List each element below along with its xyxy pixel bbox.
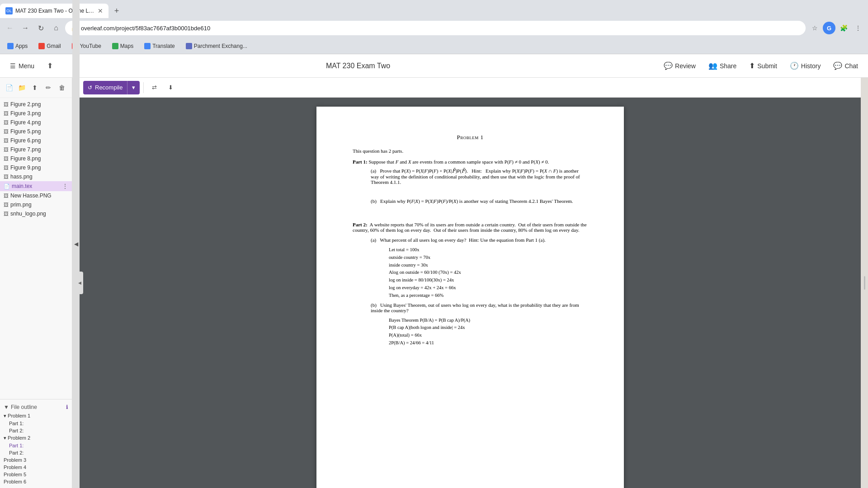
upload-button[interactable]: ⬆: [42, 59, 57, 73]
forward-button[interactable]: →: [19, 22, 32, 34]
outline-item-problem-4[interactable]: Problem 4: [0, 464, 72, 471]
back-button[interactable]: ←: [4, 22, 16, 34]
file-name: New Hasse.PNG: [10, 192, 52, 199]
extensions-button[interactable]: 🧩: [837, 22, 850, 34]
tab-close-button[interactable]: ✕: [98, 7, 103, 14]
file-item-figure-7.png[interactable]: 🖼 Figure 7.png: [0, 145, 72, 154]
bookmark-parchment-label: Parchment Exchang...: [194, 43, 247, 49]
outline-item-problem-5[interactable]: Problem 5: [0, 471, 72, 478]
menu-button[interactable]: ☰ Menu: [5, 60, 39, 72]
outline-item-part-2:[interactable]: Part 2:: [0, 427, 72, 434]
outline-item-problem-3[interactable]: Problem 3: [0, 456, 72, 464]
file-icon: 🖼: [4, 165, 9, 170]
delete-button[interactable]: 🗑: [56, 81, 68, 94]
download-button[interactable]: ⬇: [164, 81, 177, 94]
outline-item-part-1:[interactable]: Part 1:: [0, 442, 72, 449]
tab-favicon: OL: [5, 7, 13, 14]
editor-pane: ↺ Recompile ▾ ⇄ ⬇ ◀ Problem 1: [80, 78, 861, 488]
parchment-favicon: [186, 43, 192, 49]
bookmark-apps-label: Apps: [15, 43, 28, 49]
bookmark-button[interactable]: ☆: [808, 22, 821, 34]
outline-item-part-1:[interactable]: Part 1:: [0, 420, 72, 427]
outline-item-problem-1[interactable]: ▾ Problem 1: [0, 412, 72, 420]
file-item-figure-6.png[interactable]: 🖼 Figure 6.png: [0, 136, 72, 145]
submit-button[interactable]: ⬆ Submit: [745, 59, 782, 73]
home-button[interactable]: ⌂: [50, 22, 62, 34]
file-item-snhu_logo.png[interactable]: 🖼 snhu_logo.png: [0, 209, 72, 218]
submit-icon: ⬆: [749, 61, 755, 70]
file-name: Figure 2.png: [10, 101, 41, 108]
pdf-part1a: (a) Prove that P(X) = P(X|F)P(F) + P(X|F…: [371, 168, 588, 185]
bookmark-apps[interactable]: Apps: [5, 42, 29, 50]
file-name: Figure 5.png: [10, 128, 41, 135]
bookmark-gmail-label: Gmail: [47, 43, 61, 49]
file-item-main.tex[interactable]: 📄 main.tex ⋮: [0, 181, 72, 191]
file-item-figure-8.png[interactable]: 🖼 Figure 8.png: [0, 154, 72, 163]
outline-item-problem-2[interactable]: ▾ Problem 2: [0, 434, 72, 442]
translate-favicon: [144, 43, 151, 49]
file-icon: 🖼: [4, 211, 9, 216]
right-resize-handle[interactable]: [861, 78, 868, 488]
refresh-button[interactable]: ↻: [34, 22, 47, 34]
outline-item-problem-6[interactable]: Problem 6: [0, 478, 72, 485]
new-file-button[interactable]: 📄: [4, 81, 14, 94]
pdf-part2-section: Part 2: A website reports that 70% of it…: [353, 222, 588, 347]
recompile-dropdown-button[interactable]: ▾: [127, 81, 140, 94]
sidebar-collapse-button[interactable]: ◀: [76, 272, 83, 294]
file-item-figure-9.png[interactable]: 🖼 Figure 9.png: [0, 163, 72, 172]
tab-title: MAT 230 Exam Two - Online La...: [15, 8, 95, 14]
review-button[interactable]: 💬 Review: [659, 59, 700, 73]
review-label: Review: [675, 62, 696, 70]
file-icon: 🖼: [4, 193, 9, 198]
file-item-figure-2.png[interactable]: 🖼 Figure 2.png: [0, 100, 72, 109]
chat-label: Chat: [844, 62, 858, 70]
address-bar[interactable]: 🔒 overleaf.com/project/5f83ac7667af3b000…: [65, 21, 806, 35]
upload-file-button[interactable]: ⬆: [29, 81, 40, 94]
sidebar-toolbar: 📄 📁 ⬆ ✏ 🗑: [0, 78, 72, 98]
profile-icon[interactable]: G: [823, 22, 835, 34]
submit-label: Submit: [757, 62, 777, 70]
bookmark-gmail[interactable]: Gmail: [37, 42, 62, 50]
editor-toolbar: ↺ Recompile ▾ ⇄ ⬇ ◀: [80, 78, 861, 98]
file-item-figure-5.png[interactable]: 🖼 Figure 5.png: [0, 127, 72, 136]
outline-toggle[interactable]: ▼ File outline: [4, 404, 37, 410]
file-name: Figure 6.png: [10, 137, 41, 144]
file-item-new-hasse.png[interactable]: 🖼 New Hasse.PNG: [0, 191, 72, 200]
file-icon: 🖼: [4, 174, 9, 179]
new-tab-button[interactable]: +: [110, 5, 123, 17]
bookmark-parchment[interactable]: Parchment Exchang...: [184, 42, 249, 50]
file-icon: 🖼: [4, 102, 9, 107]
share-button[interactable]: 👥 Share: [704, 59, 741, 73]
new-folder-button[interactable]: 📁: [16, 81, 27, 94]
file-item-prim.png[interactable]: 🖼 prim.png: [0, 200, 72, 209]
sync-to-pdf-button[interactable]: ⇄: [147, 81, 161, 94]
pdf-part2a: (a) What percent of all users log on eve…: [371, 237, 588, 243]
top-toolbar: ☰ Menu ⬆ MAT 230 Exam Two 💬 Review 👥 Sha…: [0, 54, 868, 78]
browser-tab[interactable]: OL MAT 230 Exam Two - Online La... ✕: [0, 4, 108, 18]
file-item-figure-3.png[interactable]: 🖼 Figure 3.png: [0, 109, 72, 118]
menu-icon: ☰: [10, 62, 16, 70]
file-name: Figure 3.png: [10, 110, 41, 117]
menu-dots-button[interactable]: ⋮: [852, 22, 864, 34]
file-icon: 📄: [4, 183, 10, 189]
bookmark-translate[interactable]: Translate: [142, 42, 177, 50]
history-button[interactable]: 🕐 History: [785, 59, 826, 73]
pdf-part1: Part 1: Suppose that F and X are events …: [353, 159, 588, 164]
maps-favicon: [112, 43, 118, 49]
chat-button[interactable]: 💬 Chat: [829, 59, 863, 73]
file-item-hass.png[interactable]: 🖼 hass.png: [0, 172, 72, 181]
file-sidebar: 📄 📁 ⬆ ✏ 🗑 🖼 Figure 2.png 🖼 Figure 3.png …: [0, 78, 72, 488]
file-more-button[interactable]: ⋮: [62, 183, 68, 190]
outline-item-part-2:[interactable]: Part 2:: [0, 449, 72, 456]
recompile-icon: ↺: [88, 84, 92, 91]
recompile-main-area[interactable]: ↺ Recompile: [83, 81, 127, 94]
pdf-viewer[interactable]: Problem 1 This question has 2 parts. Par…: [80, 98, 861, 488]
edit-button[interactable]: ✏: [42, 81, 55, 94]
file-name: Figure 9.png: [10, 164, 41, 171]
bookmark-maps[interactable]: Maps: [110, 42, 135, 50]
recompile-button[interactable]: ↺ Recompile ▾: [83, 81, 140, 94]
bookmarks-bar: Apps Gmail YouTube Maps Translate Parchm…: [0, 38, 868, 54]
file-icon: 🖼: [4, 147, 9, 152]
file-icon: 🖼: [4, 120, 9, 125]
file-item-figure-4.png[interactable]: 🖼 Figure 4.png: [0, 118, 72, 127]
